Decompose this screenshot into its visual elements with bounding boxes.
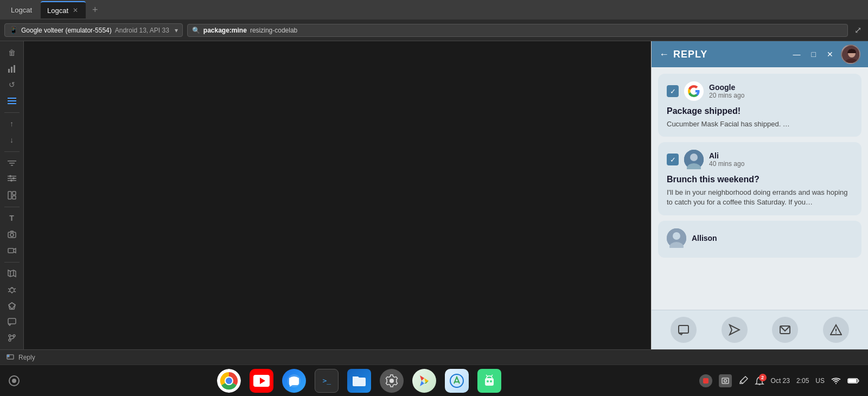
close-button[interactable]: ✕ (824, 49, 837, 60)
down-icon[interactable]: ↓ (3, 133, 21, 147)
svg-point-22 (10, 288, 14, 292)
svg-line-67 (486, 375, 487, 376)
git-icon[interactable] (3, 331, 21, 345)
play-app[interactable] (412, 369, 436, 393)
notif-title-google: Package shipped! (667, 106, 853, 116)
text-icon[interactable]: T (3, 212, 21, 226)
up-icon[interactable]: ↑ (3, 117, 21, 131)
device-icon: 📱 (9, 26, 18, 34)
reply-icon (7, 354, 14, 361)
ali-app-icon (684, 150, 704, 169)
tab-label-2: Logcat (47, 7, 68, 15)
terminal-app[interactable]: >_ (315, 369, 339, 393)
message-icon[interactable] (3, 315, 21, 329)
gem-icon[interactable] (3, 299, 21, 313)
svg-point-30 (9, 335, 11, 337)
message-action-button[interactable] (671, 317, 697, 343)
logcat-active-icon[interactable] (3, 94, 21, 108)
time-text: 2:05 (796, 377, 809, 385)
notification-card-allison: Allison (658, 221, 861, 258)
panel-header-left: ← REPLY (659, 49, 707, 60)
notif-checkbox-ali[interactable]: ✓ (667, 154, 679, 165)
svg-marker-44 (730, 325, 739, 335)
record-button[interactable] (9, 375, 20, 386)
svg-marker-60 (420, 381, 424, 386)
tab-add-btn[interactable]: + (88, 2, 103, 18)
sidebar-divider-1 (4, 112, 20, 113)
chrome-app[interactable] (217, 369, 241, 393)
mail-action-button[interactable] (772, 317, 798, 343)
svg-point-66 (490, 380, 492, 382)
region-text: US (815, 377, 825, 385)
notif-sender-google: Google (709, 83, 744, 92)
tab-logcat-2[interactable]: Logcat ✕ (41, 1, 86, 18)
sidebar-divider-4 (4, 262, 20, 263)
notif-checkbox-google[interactable]: ✓ (667, 85, 679, 97)
messages-app[interactable] (282, 369, 306, 393)
expand-icon[interactable]: ⤢ (852, 23, 864, 37)
screenshot-btn[interactable] (719, 374, 732, 387)
svg-rect-15 (8, 191, 11, 199)
notif-body-google: Cucumber Mask Facial has shipped. … (667, 119, 853, 129)
notification-card-ali: ✓ Ali 40 mins ago Brunch this weekend? (658, 142, 861, 215)
right-panel: ← REPLY — □ ✕ (651, 41, 868, 349)
youtube-app[interactable] (250, 369, 273, 393)
tab-logcat-1[interactable]: Logcat (4, 1, 39, 18)
svg-point-48 (835, 333, 837, 334)
layout-icon[interactable] (3, 188, 21, 202)
tab-close-btn[interactable]: ✕ (72, 5, 79, 15)
video-icon[interactable] (3, 244, 21, 258)
map-icon[interactable] (3, 266, 21, 280)
device-api: Android 13, API 33 (115, 27, 169, 34)
studio-app[interactable] (445, 369, 469, 393)
settings-app[interactable] (380, 369, 404, 393)
svg-point-36 (692, 90, 695, 93)
pen-btn[interactable] (738, 376, 748, 386)
settings-filter-icon[interactable] (3, 172, 21, 186)
svg-point-41 (673, 232, 680, 240)
svg-rect-5 (8, 103, 16, 104)
send-action-button[interactable] (722, 317, 748, 343)
android-app[interactable] (477, 369, 501, 393)
svg-point-12 (9, 175, 11, 177)
notif-meta-google: Google 20 mins ago (709, 83, 744, 99)
delete-icon[interactable]: 🗑 (3, 46, 21, 60)
svg-rect-20 (8, 248, 14, 253)
svg-rect-29 (8, 318, 16, 324)
svg-rect-4 (8, 100, 16, 101)
notif-meta-ali: Ali 40 mins ago (709, 151, 744, 168)
notification-badge-area[interactable]: 2 (755, 376, 764, 386)
svg-point-70 (724, 379, 726, 382)
notif-meta-allison: Allison (692, 234, 717, 242)
alert-action-button[interactable] (823, 317, 849, 343)
notification-card-google: ✓ Google 20 mins ago (658, 74, 861, 137)
svg-rect-64 (485, 378, 494, 386)
maximize-button[interactable]: □ (808, 49, 819, 60)
chart-icon[interactable] (3, 62, 21, 76)
panel-action-bar (652, 310, 868, 349)
avatar (841, 44, 860, 64)
minimize-button[interactable]: — (790, 49, 804, 60)
filter-lines-icon[interactable] (3, 156, 21, 170)
filter-bar[interactable]: 🔍 package:mine resizing-codelab (187, 24, 848, 37)
bug-icon[interactable] (3, 283, 21, 297)
allison-app-icon (667, 228, 686, 248)
taskbar-right: 2 Oct 23 2:05 US (699, 374, 859, 387)
main-content: 🗑 ↺ ↑ ↓ T (0, 41, 868, 349)
camera-icon[interactable] (3, 227, 21, 241)
notif-time-ali: 40 mins ago (709, 160, 744, 168)
log-area (24, 41, 651, 349)
panel-title: REPLY (673, 49, 707, 60)
refresh-icon[interactable]: ↺ (3, 78, 21, 92)
notif-body-ali: I'll be in your neighborhood doing erran… (667, 188, 853, 207)
svg-marker-21 (8, 270, 16, 277)
panel-header-right: — □ ✕ (790, 44, 860, 64)
taskbar: >_ (0, 365, 868, 396)
stop-record-btn[interactable] (699, 374, 712, 387)
files-app[interactable] (347, 369, 371, 393)
device-selector[interactable]: 📱 Google volteer (emulator-5554) Android… (4, 23, 183, 37)
taskbar-center: >_ (217, 369, 501, 393)
notifications-list: ✓ Google 20 mins ago (652, 67, 868, 310)
notif-time-google: 20 mins ago (709, 92, 744, 99)
back-button[interactable]: ← (659, 49, 669, 60)
